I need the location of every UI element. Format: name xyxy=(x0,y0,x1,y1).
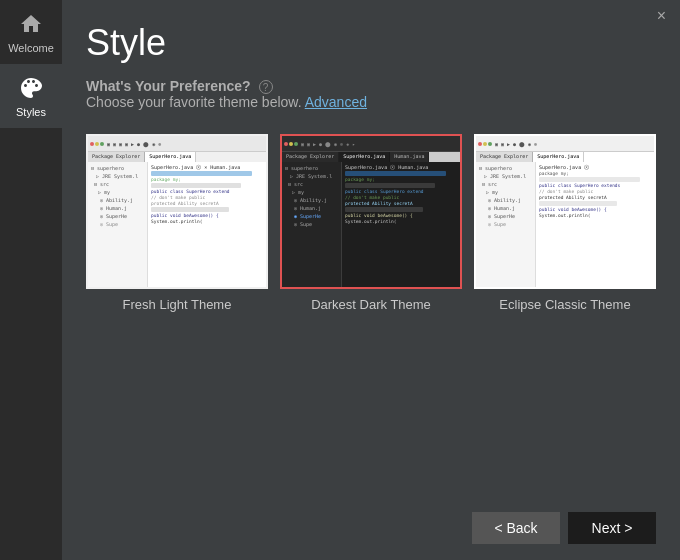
sidebar-item-styles-label: Styles xyxy=(16,106,46,118)
body-eclipse: ⊟ superhero ▷ JRE System.l ⊟ src ▷ my ◎ … xyxy=(476,162,654,287)
sidebar-item-styles[interactable]: Styles xyxy=(0,64,62,128)
sidebar-item-welcome-label: Welcome xyxy=(8,42,54,54)
next-button[interactable]: Next > xyxy=(568,512,656,544)
main-content: × Style What's Your Preference? ? Choose… xyxy=(62,0,680,560)
mock-ide-light: ▣ ▣ ▣ ▣ ▶ ● ⬤ ◉ ⊕ Package Explorer Super… xyxy=(88,136,266,287)
theme-preview-fresh-light: ▣ ▣ ▣ ▣ ▶ ● ⬤ ◉ ⊕ Package Explorer Super… xyxy=(86,134,268,289)
tab-bar-dark: Package Explorer SuperHero.java Human.ja… xyxy=(282,152,460,162)
tab-bar-eclipse: Package Explorer SuperHero.java xyxy=(476,152,654,162)
subtitle: What's Your Preference? ? Choose your fa… xyxy=(86,78,656,110)
home-icon xyxy=(17,10,45,38)
body-dark: ⊟ superhero ▷ JRE System.l ⊟ src ▷ my ◎ … xyxy=(282,162,460,287)
themes-container: ▣ ▣ ▣ ▣ ▶ ● ⬤ ◉ ⊕ Package Explorer Super… xyxy=(86,134,656,312)
advanced-link[interactable]: Advanced xyxy=(305,94,367,110)
sidebar-light: ⊟ superhero ▷ JRE System.l ⊟ src ▷ my ◎ … xyxy=(88,162,148,287)
sidebar: Welcome Styles xyxy=(0,0,62,560)
editor-eclipse: SuperHero.java ⓧ package my; public clas… xyxy=(536,162,654,287)
editor-light: SuperHero.java ⓧ × Human.java package my… xyxy=(148,162,266,287)
toolbar-dark: ▣ ▣ ▶ ● ⬤ ◉ ⊕ ◈ ▸ xyxy=(282,136,460,152)
toolbar-eclipse: ▣ ▣ ▶ ● ⬤ ◉ ⊕ xyxy=(476,136,654,152)
theme-card-fresh-light[interactable]: ▣ ▣ ▣ ▣ ▶ ● ⬤ ◉ ⊕ Package Explorer Super… xyxy=(86,134,268,312)
theme-preview-darkest-dark: ▣ ▣ ▶ ● ⬤ ◉ ⊕ ◈ ▸ Package Explorer Super… xyxy=(280,134,462,289)
mock-ide-eclipse: ▣ ▣ ▶ ● ⬤ ◉ ⊕ Package Explorer SuperHero… xyxy=(476,136,654,287)
sidebar-eclipse: ⊟ superhero ▷ JRE System.l ⊟ src ▷ my ◎ … xyxy=(476,162,536,287)
back-button[interactable]: < Back xyxy=(472,512,560,544)
mock-ide-dark: ▣ ▣ ▶ ● ⬤ ◉ ⊕ ◈ ▸ Package Explorer Super… xyxy=(282,136,460,287)
subtitle-choose: Choose your favorite theme below. xyxy=(86,94,302,110)
toolbar-light: ▣ ▣ ▣ ▣ ▶ ● ⬤ ◉ ⊕ xyxy=(88,136,266,152)
editor-dark: SuperHero.java ⓧ Human.java package my; … xyxy=(342,162,460,287)
sidebar-item-welcome[interactable]: Welcome xyxy=(0,0,62,64)
theme-label-fresh-light: Fresh Light Theme xyxy=(123,297,232,312)
subtitle-heading: What's Your Preference? xyxy=(86,78,251,94)
sidebar-dark: ⊟ superhero ▷ JRE System.l ⊟ src ▷ my ◎ … xyxy=(282,162,342,287)
theme-card-darkest-dark[interactable]: ▣ ▣ ▶ ● ⬤ ◉ ⊕ ◈ ▸ Package Explorer Super… xyxy=(280,134,462,312)
tab-bar-light: Package Explorer SuperHero.java xyxy=(88,152,266,162)
theme-preview-eclipse: ▣ ▣ ▶ ● ⬤ ◉ ⊕ Package Explorer SuperHero… xyxy=(474,134,656,289)
theme-card-eclipse-classic[interactable]: ▣ ▣ ▶ ● ⬤ ◉ ⊕ Package Explorer SuperHero… xyxy=(474,134,656,312)
page-title: Style xyxy=(86,22,656,64)
question-icon[interactable]: ? xyxy=(259,80,273,94)
close-button[interactable]: × xyxy=(651,6,672,26)
styles-icon xyxy=(17,74,45,102)
theme-label-eclipse-classic: Eclipse Classic Theme xyxy=(499,297,630,312)
footer: < Back Next > xyxy=(86,502,656,544)
theme-label-darkest-dark: Darkest Dark Theme xyxy=(311,297,431,312)
body-light: ⊟ superhero ▷ JRE System.l ⊟ src ▷ my ◎ … xyxy=(88,162,266,287)
